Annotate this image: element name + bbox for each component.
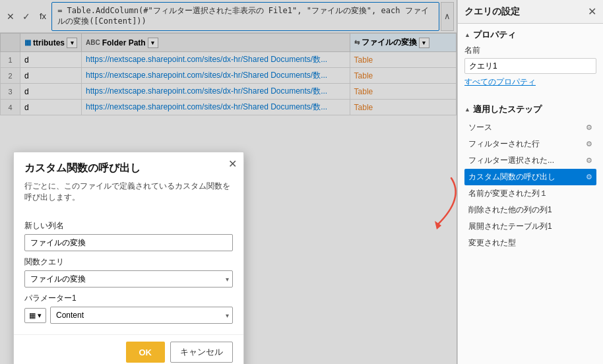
sidebar-header: クエリの設定 ✕ [458,0,603,24]
step-gear-icon[interactable]: ⚙ [586,123,592,132]
step-gear-icon[interactable]: ⚙ [586,140,592,148]
modal-close-button[interactable]: ✕ [228,158,237,170]
step-item-filtered-rows[interactable]: フィルターされた行 ⚙ [464,136,596,152]
steps-section: 適用したステップ ソース ⚙ フィルターされた行 ⚙ フィルター選択された...… [458,98,603,257]
step-item-changed-type[interactable]: 変更された型 [464,235,596,251]
properties-section-header: プロパティ [464,29,596,41]
step-item-filter-selected[interactable]: フィルター選択された... ⚙ [464,152,596,169]
all-properties-link[interactable]: すべてのプロパティ [464,76,596,88]
step-item-renamed-cols[interactable]: 名前が変更された列１ [464,185,596,202]
modal-footer: OK キャンセル [14,334,243,364]
query-name-input[interactable] [464,58,596,74]
sidebar-title: クエリの設定 [464,6,520,18]
custom-function-modal: ✕ カスタム関数の呼び出し 行ごとに、このファイルで定義されているカスタム関数を… [13,152,244,364]
steps-section-header: 適用したステップ [464,104,596,115]
function-query-select-wrap: ファイルの変換 ▾ [24,270,233,288]
cancel-button[interactable]: キャンセル [170,342,233,363]
param-label: パラメーター1 [24,293,233,304]
step-label: 削除された他の列の列1 [468,204,552,216]
new-col-input[interactable] [24,234,233,251]
steps-list: ソース ⚙ フィルターされた行 ⚙ フィルター選択された... ⚙ カスタム関数… [464,119,596,251]
step-label: ソース [468,122,492,133]
step-label: フィルター選択された... [468,155,554,166]
step-gear-icon[interactable]: ⚙ [586,173,592,181]
step-label: 展開されたテーブル列1 [468,221,552,232]
name-label: 名前 [464,45,596,56]
modal-body: 新しい列名 関数クエリ ファイルの変換 ▾ パラメーター1 ▦ ▾ Conten… [14,210,243,334]
modal-description: 行ごとに、このファイルで定義されているカスタム関数を呼び出します。 [14,181,243,210]
function-query-label: 関数クエリ [24,257,233,268]
sidebar-close-button[interactable]: ✕ [588,5,596,18]
step-gear-icon[interactable]: ⚙ [586,156,592,165]
param-value-wrap: Content ▾ [50,307,233,324]
modal-title: カスタム関数の呼び出し [14,152,243,181]
step-label: 名前が変更された列１ [468,188,548,199]
function-query-select[interactable]: ファイルの変換 [24,270,233,288]
ok-button[interactable]: OK [126,342,166,363]
properties-section: プロパティ 名前 すべてのプロパティ [458,24,603,98]
step-label: 変更された型 [468,237,516,249]
right-sidebar: クエリの設定 ✕ プロパティ 名前 すべてのプロパティ 適用したステップ ソース… [457,0,603,364]
step-item-deleted-cols[interactable]: 削除された他の列の列1 [464,202,596,218]
param-value-select[interactable]: Content [50,307,233,324]
param-row: ▦ ▾ Content ▾ [24,307,233,324]
param-type-dropdown-icon: ▾ [38,311,42,320]
param-type-button[interactable]: ▦ ▾ [24,308,46,323]
step-item-expanded-table[interactable]: 展開されたテーブル列1 [464,218,596,235]
new-col-label: 新しい列名 [24,220,233,231]
step-label: フィルターされた行 [468,138,540,150]
step-item-custom-function[interactable]: カスタム関数の呼び出し ⚙ [464,169,596,185]
step-item-source[interactable]: ソース ⚙ [464,119,596,136]
table-icon: ▦ [29,311,36,320]
step-label: カスタム関数の呼び出し [468,171,555,183]
